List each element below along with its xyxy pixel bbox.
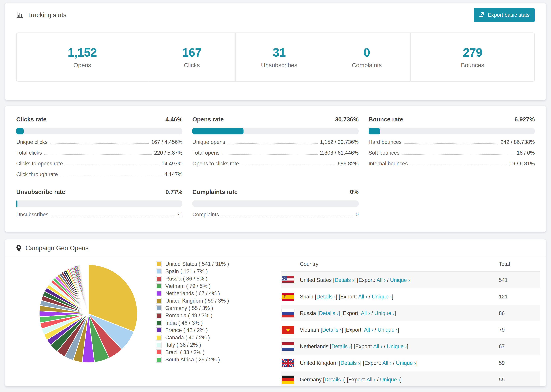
- legend-label: Romania ( 49 / 3% ): [165, 313, 212, 319]
- geo-total-cell: 121: [499, 294, 540, 300]
- legend-item[interactable]: Romania ( 49 / 3% ): [156, 312, 269, 319]
- geo-country-cell: Germany [Details ›] [Export: All › / Uni…: [300, 377, 499, 383]
- progress-bar-fill: [369, 128, 380, 134]
- dotted-leader: [410, 165, 507, 165]
- geo-total-cell: 541: [499, 277, 540, 283]
- export-label: Export:: [364, 360, 381, 366]
- geo-content: United States ( 541 / 31% )Spain ( 121 /…: [5, 257, 546, 380]
- geo-total-cell: 55: [499, 377, 540, 383]
- rate-block: Bounce rate6.927%Hard bounces242 / 86.73…: [369, 116, 535, 177]
- details-link[interactable]: Details ›: [325, 377, 344, 383]
- export-unique-link[interactable]: Unique ›: [372, 294, 392, 300]
- dotted-leader: [241, 165, 335, 165]
- export-label: Export:: [355, 343, 372, 350]
- stat-tile-bounces: 279Bounces: [410, 33, 534, 81]
- geo-country-cell: Vietnam [Details ›] [Export: All › / Uni…: [300, 327, 499, 333]
- geo-total-cell: 86: [499, 310, 540, 316]
- export-unique-link[interactable]: Unique ›: [377, 327, 397, 333]
- export-all-link[interactable]: All ›: [361, 310, 370, 316]
- dotted-leader: [50, 143, 149, 144]
- geo-table-row: Spain [Details ›] [Export: All › / Uniqu…: [281, 288, 540, 305]
- rate-title: Opens rate: [192, 116, 224, 123]
- export-all-link[interactable]: All ›: [366, 377, 375, 383]
- country-name: Vietnam: [300, 327, 319, 333]
- legend-item[interactable]: Spain ( 121 / 7% ): [156, 268, 269, 275]
- export-all-link[interactable]: All ›: [382, 360, 391, 366]
- stat-value: 167: [182, 46, 202, 59]
- geo-country-cell: Spain [Details ›] [Export: All › / Uniqu…: [300, 294, 499, 300]
- export-unique-link[interactable]: Unique ›: [374, 310, 395, 316]
- legend-item[interactable]: South Africa ( 29 / 2% ): [156, 356, 269, 363]
- geo-country-cell: Russia [Details ›] [Export: All › / Uniq…: [300, 310, 499, 316]
- legend-item[interactable]: United Kingdom ( 59 / 3% ): [156, 297, 269, 304]
- export-unique-link[interactable]: Unique ›: [390, 277, 410, 283]
- rate-detail-label: Clicks to opens rate: [16, 161, 63, 167]
- geo-pie-legend: United States ( 541 / 31% )Spain ( 121 /…: [156, 260, 269, 380]
- legend-item[interactable]: Netherlands ( 67 / 4% ): [156, 290, 269, 297]
- geo-country-cell: United States [Details ›] [Export: All ›…: [300, 277, 499, 283]
- progress-bar-fill: [16, 200, 17, 207]
- legend-label: Russia ( 86 / 5% ): [165, 276, 207, 282]
- export-all-link[interactable]: All ›: [376, 277, 386, 283]
- rate-detail-label: Click through rate: [16, 171, 58, 177]
- rate-detail-value: 689.82%: [338, 161, 359, 167]
- export-label: Export:: [340, 294, 357, 300]
- export-unique-link[interactable]: Unique ›: [380, 377, 400, 383]
- geo-total-cell: 79: [499, 327, 540, 333]
- rate-detail-label: Complaints: [192, 211, 219, 218]
- legend-item[interactable]: Vietnam ( 79 / 5% ): [156, 282, 269, 290]
- legend-item[interactable]: Canada ( 40 / 2% ): [156, 334, 269, 341]
- legend-swatch: [156, 283, 162, 289]
- legend-item[interactable]: Russia ( 86 / 5% ): [156, 275, 269, 282]
- export-all-link[interactable]: All ›: [358, 294, 367, 300]
- progress-bar: [16, 200, 182, 207]
- details-link[interactable]: Details ›: [335, 277, 354, 283]
- country-flag-icon: [282, 326, 294, 334]
- legend-item[interactable]: United States ( 541 / 31% ): [156, 260, 269, 268]
- stat-tile-complaints: 0Complaints: [323, 33, 410, 81]
- export-basic-stats-label: Export basic stats: [488, 12, 530, 18]
- geo-table-body: United States [Details ›] [Export: All ›…: [281, 272, 540, 386]
- country-name: Germany: [300, 377, 322, 383]
- stat-label: Bounces: [461, 62, 484, 69]
- details-link[interactable]: Details ›: [316, 294, 336, 300]
- rates-grid: Clicks rate4.46%Unique clicks167 / 4.456…: [16, 116, 535, 218]
- legend-item[interactable]: France ( 42 / 2% ): [156, 327, 269, 334]
- legend-swatch: [156, 268, 162, 274]
- rate-percent: 6.927%: [514, 116, 535, 123]
- progress-bar-fill: [16, 128, 24, 134]
- legend-swatch: [156, 357, 162, 363]
- geo-pie-chart[interactable]: [36, 261, 141, 366]
- export-label: Export:: [348, 377, 365, 383]
- progress-bar: [369, 128, 535, 134]
- legend-item[interactable]: Brazil ( 33 / 2% ): [156, 349, 269, 356]
- geo-total-cell: 67: [499, 343, 540, 350]
- export-all-link[interactable]: All ›: [364, 327, 373, 333]
- rate-detail-label: Total clicks: [16, 150, 42, 156]
- stat-value: 31: [273, 46, 286, 59]
- legend-label: United Kingdom ( 59 / 3% ): [165, 298, 229, 304]
- legend-item[interactable]: India ( 46 / 3% ): [156, 319, 269, 327]
- details-link[interactable]: Details ›: [319, 310, 339, 316]
- export-unique-link[interactable]: Unique ›: [396, 360, 416, 366]
- export-label: Export:: [346, 327, 363, 333]
- rate-detail-value: 14.497%: [162, 161, 182, 167]
- details-link[interactable]: Details ›: [331, 343, 351, 350]
- dotted-leader: [404, 143, 498, 144]
- rate-detail-value: 0: [356, 211, 359, 218]
- rate-detail-value: 18 / 0%: [517, 150, 535, 156]
- stat-value: 0: [363, 46, 370, 59]
- export-all-link[interactable]: All ›: [373, 343, 382, 350]
- rate-detail-value: 2,303 / 61.446%: [320, 150, 359, 156]
- legend-label: Brazil ( 33 / 2% ): [165, 349, 205, 355]
- export-unique-link[interactable]: Unique ›: [387, 343, 407, 350]
- legend-item[interactable]: Germany ( 55 / 3% ): [156, 304, 269, 312]
- rate-detail-value: 220 / 5.87%: [154, 150, 182, 156]
- dotted-leader: [222, 154, 318, 155]
- legend-item[interactable]: Italy ( 36 / 2% ): [156, 341, 269, 349]
- pie-chart-svg[interactable]: [36, 261, 141, 366]
- legend-swatch: [156, 261, 162, 267]
- details-link[interactable]: Details ›: [322, 327, 342, 333]
- export-basic-stats-button[interactable]: Export basic stats: [474, 8, 535, 22]
- details-link[interactable]: Details ›: [340, 360, 360, 366]
